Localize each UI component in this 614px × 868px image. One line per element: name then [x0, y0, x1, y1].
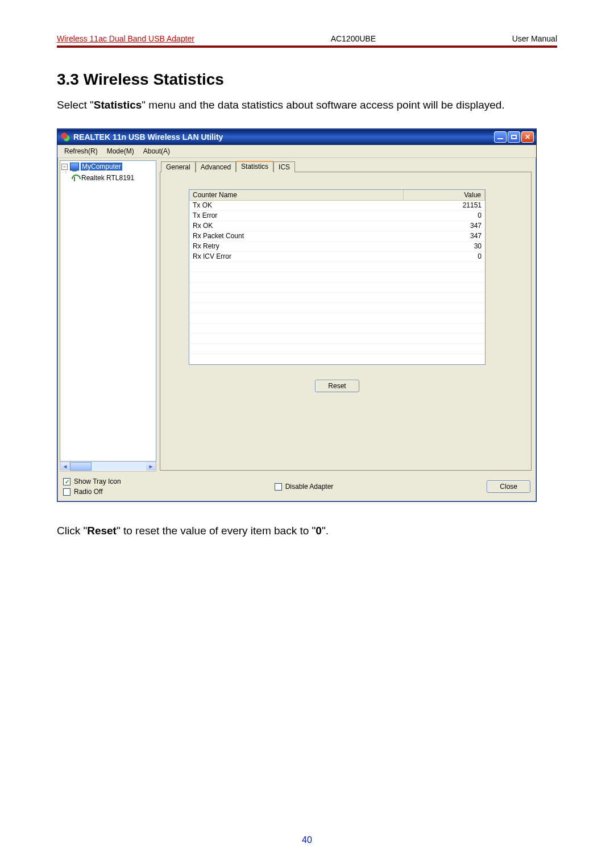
disable-adapter-checkbox[interactable]: Disable Adapter [275, 483, 334, 491]
intro-pre: Select " [57, 99, 94, 111]
list-cell-value: 347 [404, 231, 485, 241]
device-tree[interactable]: − MyComputer Realtek RTL8191 [60, 160, 156, 462]
show-tray-label: Show Tray Icon [74, 477, 121, 485]
app-icon [61, 132, 70, 142]
list-cell-name: Tx OK [189, 201, 404, 210]
list-cell-name: Tx Error [189, 211, 404, 221]
scroll-thumb[interactable] [70, 462, 92, 471]
reset-button[interactable]: Reset [315, 380, 359, 392]
list-row-empty [189, 334, 485, 344]
outro-post: ". [322, 525, 329, 537]
outro-bold-zero: 0 [316, 525, 322, 537]
tab-general[interactable]: General [161, 161, 196, 172]
stats-list[interactable]: Counter Name Value Tx OK21151Tx Error0Rx… [189, 189, 486, 365]
window-title: REALTEK 11n USB Wireless LAN Utility [73, 132, 494, 142]
list-row[interactable]: Rx ICV Error0 [189, 252, 485, 262]
checkbox-icon: ✓ [63, 478, 70, 485]
app-window: REALTEK 11n USB Wireless LAN Utility Ref… [57, 128, 537, 502]
section-heading: 3.3 Wireless Statistics [57, 70, 557, 89]
maximize-icon[interactable] [508, 131, 520, 143]
tree-child-row[interactable]: Realtek RTL8191 [61, 173, 156, 182]
tree-collapse-icon[interactable]: − [61, 164, 68, 170]
scroll-left-icon[interactable]: ◄ [60, 462, 70, 471]
tab-body: Counter Name Value Tx OK21151Tx Error0Rx… [160, 172, 532, 471]
disable-adapter-label: Disable Adapter [285, 483, 334, 491]
tab-advanced[interactable]: Advanced [196, 161, 236, 172]
menubar: Refresh(R) Mode(M) About(A) [57, 145, 536, 158]
outro-mid: " to reset the value of every item back … [117, 525, 316, 537]
header-center: AC1200UBE [331, 34, 376, 43]
list-row-empty [189, 313, 485, 323]
computer-icon [70, 163, 79, 171]
list-row[interactable]: Rx Retry30 [189, 242, 485, 252]
adapter-icon [72, 175, 80, 181]
tree-root-label: MyComputer [81, 163, 122, 171]
list-row-empty [189, 272, 485, 283]
intro-text: Select "Statistics" menu and the data st… [57, 99, 557, 111]
list-row-empty [189, 283, 485, 293]
header-right: User Manual [512, 34, 557, 43]
scroll-right-icon[interactable]: ► [146, 462, 156, 471]
tab-statistics[interactable]: Statistics [236, 161, 273, 172]
list-row[interactable]: Tx OK21151 [189, 201, 485, 211]
outro-text: Click "Reset" to reset the value of ever… [57, 525, 557, 537]
list-row[interactable]: Rx OK347 [189, 221, 485, 231]
list-row-empty [189, 262, 485, 272]
menu-refresh[interactable]: Refresh(R) [60, 146, 102, 156]
menu-about[interactable]: About(A) [139, 146, 175, 156]
list-cell-value: 30 [404, 242, 485, 251]
list-row-empty [189, 293, 485, 303]
list-cell-value: 0 [404, 211, 485, 221]
list-row-empty [189, 354, 485, 364]
page-number: 40 [0, 835, 614, 845]
column-value[interactable]: Value [404, 190, 485, 201]
list-row[interactable]: Tx Error0 [189, 211, 485, 221]
column-counter-name[interactable]: Counter Name [189, 190, 404, 201]
list-cell-name: Rx OK [189, 221, 404, 231]
scroll-track[interactable] [70, 462, 146, 471]
list-cell-name: Rx ICV Error [189, 252, 404, 261]
checkbox-icon [275, 483, 282, 491]
list-cell-name: Rx Retry [189, 242, 404, 251]
list-cell-name: Rx Packet Count [189, 231, 404, 241]
list-row[interactable]: Rx Packet Count347 [189, 231, 485, 242]
tab-strip: General Advanced Statistics ICS [161, 160, 532, 172]
tree-scrollbar[interactable]: ◄ ► [60, 462, 156, 472]
outro-bold-reset: Reset [87, 525, 117, 537]
show-tray-checkbox[interactable]: ✓ Show Tray Icon [63, 477, 121, 485]
minimize-icon[interactable] [494, 131, 507, 143]
radio-off-checkbox[interactable]: Radio Off [63, 488, 121, 496]
tab-ics[interactable]: ICS [273, 161, 295, 172]
list-cell-value: 347 [404, 221, 485, 231]
radio-off-label: Radio Off [74, 488, 102, 496]
list-cell-value: 21151 [404, 201, 485, 210]
checkbox-icon [63, 488, 70, 496]
intro-post: " menu and the data statistics about sof… [142, 99, 504, 111]
list-row-empty [189, 344, 485, 354]
list-row-empty [189, 323, 485, 334]
intro-bold: Statistics [94, 99, 142, 111]
list-cell-value: 0 [404, 252, 485, 261]
titlebar: REALTEK 11n USB Wireless LAN Utility [57, 129, 536, 145]
header-left: Wireless 11ac Dual Band USB Adapter [57, 34, 194, 43]
list-row-empty [189, 303, 485, 313]
tree-child-label: Realtek RTL8191 [81, 174, 134, 182]
tree-root-row[interactable]: − MyComputer [61, 162, 156, 171]
close-button[interactable]: Close [487, 480, 530, 493]
close-icon[interactable] [521, 131, 534, 143]
outro-pre: Click " [57, 525, 87, 537]
menu-mode[interactable]: Mode(M) [102, 146, 139, 156]
